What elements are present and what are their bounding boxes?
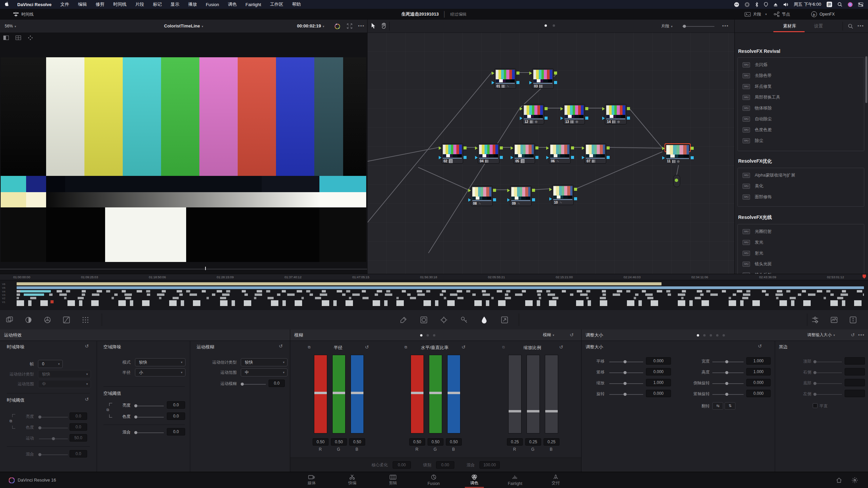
yaw-slider[interactable] xyxy=(712,394,744,395)
chroma-value[interactable]: 0.0 xyxy=(70,423,87,431)
zoom-slider[interactable] xyxy=(609,383,643,384)
link-icon[interactable]: ⧉ xyxy=(502,345,505,349)
hv-r-slider[interactable] xyxy=(411,355,424,433)
level-value[interactable]: 0.00 xyxy=(436,461,454,469)
location-icon[interactable] xyxy=(764,2,768,7)
mb-value[interactable]: 0.0 xyxy=(269,380,285,387)
tilt-value[interactable]: 0.000 xyxy=(646,368,671,375)
enhanced-viewer-icon[interactable]: ✦✦ xyxy=(334,23,340,29)
s-blend-slider[interactable] xyxy=(135,432,164,433)
graph-page-dot-1[interactable] xyxy=(545,24,547,27)
app-menu[interactable]: DaVinci Resolve xyxy=(17,2,52,7)
reset-icon[interactable]: ↺ xyxy=(85,396,89,402)
hv-b-value[interactable]: 0.50 xyxy=(446,438,462,446)
cyan-clip[interactable] xyxy=(20,290,51,292)
eject-icon[interactable] xyxy=(773,2,778,7)
timeline-playhead[interactable] xyxy=(863,274,866,279)
scale-r-slider[interactable] xyxy=(508,355,521,433)
blur-page-dot-1[interactable] xyxy=(420,334,422,337)
fx-item[interactable]: GPU射光 xyxy=(738,248,864,259)
menu-file[interactable]: 文件 xyxy=(60,1,69,7)
menu-timeline[interactable]: 时间线 xyxy=(113,1,126,7)
fx-item[interactable]: GPU发光 xyxy=(738,237,864,248)
blur-page-dot-3[interactable] xyxy=(433,334,435,337)
red-clip[interactable] xyxy=(51,300,54,303)
fx-options-menu[interactable]: ••• xyxy=(857,20,864,33)
page-media[interactable]: 媒体 xyxy=(296,473,327,488)
menu-mark[interactable]: 标记 xyxy=(153,1,162,7)
mb-est-dropdown[interactable]: 较快▾ xyxy=(241,358,288,366)
radius-g-value[interactable]: 0.50 xyxy=(331,438,347,446)
input-source-icon[interactable]: 拼 xyxy=(827,2,832,7)
menu-edit[interactable]: 编辑 xyxy=(78,1,87,7)
graph-view-dropdown[interactable]: 片段▾ xyxy=(661,20,673,33)
link-icon[interactable]: ⧉ xyxy=(9,419,12,423)
page-fusion[interactable]: Fusion xyxy=(418,473,449,488)
node-07[interactable]: 07 xyxy=(585,143,606,164)
volume-icon[interactable] xyxy=(783,2,788,7)
apple-icon[interactable] xyxy=(5,2,9,7)
fx-scrollbar[interactable] xyxy=(865,56,867,103)
key-icon[interactable] xyxy=(460,316,468,324)
flip-horizontal-button[interactable]: ⇆ xyxy=(712,402,723,410)
blur-mode-dropdown[interactable]: 模糊▾ xyxy=(543,329,554,341)
fx-item[interactable]: GPU镜头光斑 xyxy=(738,259,864,269)
menu-view[interactable]: 显示 xyxy=(171,1,179,7)
track-v3-clips[interactable] xyxy=(17,293,864,296)
fx-item[interactable]: GPU去闪烁 xyxy=(738,59,864,70)
reset-icon[interactable]: ↺ xyxy=(559,344,563,350)
link-icon[interactable]: ⧉ xyxy=(405,345,407,349)
fx-item[interactable]: GPU色度色差 xyxy=(738,124,864,135)
blank-top-value[interactable] xyxy=(845,357,865,365)
node-output-port[interactable] xyxy=(673,175,680,187)
node-06[interactable]: 06∿ xyxy=(549,143,571,164)
page-deliver[interactable]: 交付 xyxy=(540,473,571,488)
track-v1-clips[interactable] xyxy=(17,300,864,306)
fx-item[interactable]: GPU局部替换工具 xyxy=(738,92,864,103)
menu-fusion[interactable]: Fusion xyxy=(206,2,219,7)
menu-workspace[interactable]: 工作区 xyxy=(270,1,283,7)
mb-range-dropdown[interactable]: 中▾ xyxy=(241,368,288,377)
zoom-value[interactable]: 1.000 xyxy=(646,379,671,386)
graph-zoom-slider[interactable] xyxy=(682,26,714,27)
viewer-options-menu[interactable]: ••• xyxy=(358,20,365,33)
window-icon[interactable] xyxy=(420,316,428,324)
rotate-value[interactable]: 0.000 xyxy=(646,390,671,397)
status-app-icon-2[interactable] xyxy=(745,2,750,7)
stills-grid-icon[interactable] xyxy=(16,36,21,40)
height-value[interactable]: 1.000 xyxy=(746,368,771,375)
qualifier-icon[interactable] xyxy=(399,316,408,324)
mode-dropdown[interactable]: 较快▾ xyxy=(135,358,185,366)
s-blend-value[interactable]: 0.0 xyxy=(167,428,185,435)
track-v2-clips[interactable] xyxy=(17,297,864,299)
bluetooth-icon[interactable] xyxy=(755,2,758,7)
graph-page-dot-2[interactable] xyxy=(553,24,555,27)
sizing-page-dot-1[interactable] xyxy=(697,334,699,337)
home-icon[interactable] xyxy=(836,477,842,483)
sizing-page-dot-5[interactable] xyxy=(723,334,725,337)
scale-g-value[interactable]: 0.25 xyxy=(525,438,541,446)
sizing-mode-dropdown[interactable]: 调整输入大小▾ xyxy=(807,329,835,341)
scale-r-value[interactable]: 0.25 xyxy=(507,438,523,446)
highlight-mode-icon[interactable] xyxy=(28,35,33,40)
tab-settings[interactable]: 设置 xyxy=(807,20,830,32)
link-icon[interactable]: ⧉ xyxy=(106,408,109,412)
flip-vertical-button[interactable]: ⇅ xyxy=(725,402,735,410)
sizing-icon[interactable] xyxy=(500,316,509,324)
blank-right-value[interactable] xyxy=(845,368,865,375)
tab-library[interactable]: 素材库 xyxy=(775,20,805,32)
mb-slider[interactable] xyxy=(241,384,266,385)
fx-item[interactable]: GPU镜头反射 xyxy=(738,269,864,274)
node-08[interactable]: 08∿ xyxy=(471,186,493,206)
timeline-ruler[interactable]: 01:00:00:00 01:09:25:03 01:18:50:06 01:2… xyxy=(0,274,868,280)
s-luma-value[interactable]: 0.0 xyxy=(167,401,185,409)
hv-r-value[interactable]: 0.50 xyxy=(409,438,425,446)
color-wheels-icon[interactable] xyxy=(43,316,52,324)
scale-b-value[interactable]: 0.25 xyxy=(544,438,559,446)
hv-b-slider[interactable] xyxy=(447,355,460,433)
openfx-panel-button[interactable]: fx OpenFX xyxy=(811,9,835,20)
pan-slider[interactable] xyxy=(609,362,643,362)
scale-b-slider[interactable] xyxy=(545,355,558,433)
blank-top-slider[interactable] xyxy=(814,362,842,362)
blank-left-slider[interactable] xyxy=(814,394,842,395)
